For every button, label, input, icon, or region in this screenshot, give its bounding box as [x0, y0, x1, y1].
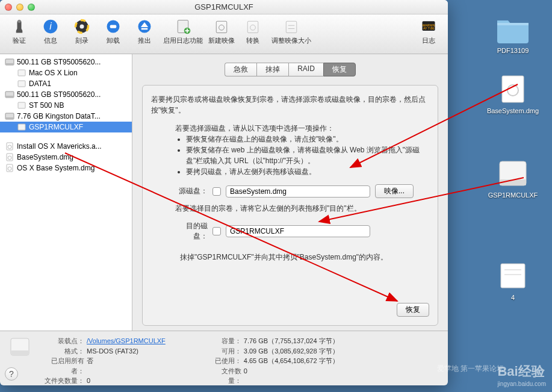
dest-label: 目的磁盘：	[173, 221, 208, 241]
sidebar-item[interactable]: Mac OS X Lion	[0, 67, 132, 78]
svg-rect-23	[286, 21, 297, 33]
source-checkbox[interactable]	[212, 187, 221, 196]
desktop-file[interactable]: 4	[486, 259, 540, 301]
burn-button[interactable]: 刻录	[67, 18, 96, 52]
new-image-button[interactable]: 新建映像	[207, 18, 236, 52]
info-button[interactable]: i信息	[36, 18, 65, 52]
main-panel: 急救抹掉RAID恢复 若要拷贝宗卷或将磁盘映像恢复到宗卷，请选择源宗卷或磁盘映像…	[132, 54, 448, 331]
sidebar-item[interactable]: GSP1RMCULXF	[0, 122, 132, 132]
watermark: Bai经验 jingyan.baidu.com	[497, 362, 546, 387]
erase-note: 抹掉"GSP1RMCULXF"并向其中拷贝"BaseSystem.dmg"的内容…	[180, 252, 429, 263]
sidebar-item-label: Install OS X Mavericks.a...	[17, 142, 102, 151]
disk-icon	[17, 101, 26, 110]
desktop-folder-label: PDF13109	[486, 47, 540, 54]
desktop-drive-label: GSP1RMCULXF	[486, 191, 540, 199]
desktop-dmg[interactable]: BaseSystem.dmg	[486, 72, 540, 114]
svg-rect-32	[5, 96, 14, 98]
disk-icon	[5, 112, 14, 120]
eject-button[interactable]: 推出	[130, 18, 159, 52]
svg-point-22	[250, 25, 256, 30]
svg-point-7	[17, 20, 20, 23]
sidebar: 500.11 GB ST95005620...Mac OS X LionDATA…	[0, 54, 132, 331]
sidebar-item-label: OS X Base System.dmg	[17, 164, 95, 172]
disk-utility-window: GSP1RMCULXF 验证 i信息 刻录 卸载 推出 启用日志功能 新建映像 …	[0, 0, 448, 385]
instruction-bullet: 要恢复储存在磁盘上的磁盘映像，请点按"映像"。	[186, 134, 429, 145]
disk-icon	[5, 164, 14, 172]
sidebar-item[interactable]: DATA1	[0, 78, 132, 89]
source-row: 源磁盘： 映像...	[173, 184, 429, 198]
instruction-bullet: 要拷贝磁盘，请从左侧列表拖移该磁盘。	[186, 166, 429, 177]
help-button[interactable]: ?	[5, 367, 18, 381]
svg-text:AY 7:86: AY 7:86	[423, 26, 434, 30]
sidebar-item[interactable]: 500.11 GB ST95005620...	[0, 57, 132, 67]
image-button[interactable]: 映像...	[375, 184, 414, 198]
svg-rect-21	[247, 21, 258, 33]
svg-point-12	[80, 25, 84, 29]
mount-point-link[interactable]: /Volumes/GSP1RMCULXF	[87, 336, 166, 346]
svg-rect-33	[18, 102, 25, 108]
tabs: 急救抹掉RAID恢复	[142, 63, 438, 76]
sidebar-item[interactable]: BaseSystem.dmg	[0, 152, 132, 163]
svg-rect-35	[5, 117, 14, 119]
svg-rect-28	[5, 63, 14, 65]
sidebar-item-label: GSP1RMCULXF	[29, 123, 83, 131]
convert-button[interactable]: 转换	[238, 18, 267, 52]
disk-icon	[5, 153, 14, 161]
side-watermark: 爱苹地 第一苹果论坛	[437, 364, 504, 374]
sidebar-item[interactable]: ST 500 NB	[0, 100, 132, 111]
disk-icon	[5, 58, 14, 66]
desktop-dmg-label: BaseSystem.dmg	[486, 107, 540, 114]
tab-2[interactable]: RAID	[288, 63, 323, 76]
source-input[interactable]	[226, 185, 370, 198]
svg-rect-4	[501, 264, 525, 288]
tab-3[interactable]: 恢复	[323, 63, 356, 76]
sidebar-item-label: Mac OS X Lion	[29, 69, 78, 77]
disk-icon	[17, 123, 26, 131]
sidebar-item-label: DATA1	[29, 79, 51, 88]
svg-rect-16	[141, 28, 148, 30]
sidebar-item[interactable]: OS X Base System.dmg	[0, 163, 132, 173]
disk-icon	[5, 90, 14, 99]
svg-rect-36	[18, 124, 25, 130]
restore-button[interactable]: 恢复	[397, 303, 429, 317]
dest-note: 若要选择目的宗卷，请将它从左侧的列表拖移到"目的"栏。	[175, 203, 429, 214]
dest-checkbox[interactable]	[212, 227, 221, 235]
svg-rect-29	[18, 70, 25, 76]
disk-icon	[17, 69, 26, 77]
toolbar: 验证 i信息 刻录 卸载 推出 启用日志功能 新建映像 转换 调整映像大小 WA…	[0, 14, 448, 54]
verify-button[interactable]: 验证	[5, 18, 34, 52]
sidebar-item[interactable]: 7.76 GB Kingston DataT...	[0, 111, 132, 122]
tab-0[interactable]: 急救	[225, 63, 256, 76]
window-title: GSP1RMCULXF	[0, 2, 448, 11]
dest-row: 目的磁盘：	[173, 221, 429, 241]
titlebar[interactable]: GSP1RMCULXF	[0, 0, 448, 14]
instruction-bullet: 要恢复储存在 web 上的磁盘映像，请将磁盘映像从 Web 浏览器拖入"源磁盘"…	[186, 145, 429, 166]
info-footer: 装载点：/Volumes/GSP1RMCULXF 格式：MS-DOS (FAT3…	[0, 331, 448, 391]
source-instructions: 若要选择源磁盘，请从以下选项中选择一项操作： 要恢复储存在磁盘上的磁盘映像，请点…	[175, 123, 429, 177]
sidebar-item-label: 500.11 GB ST95005620...	[17, 90, 101, 99]
unmount-button[interactable]: 卸载	[99, 18, 128, 52]
svg-rect-0	[502, 76, 524, 102]
enable-log-button[interactable]: 启用日志功能	[161, 18, 205, 52]
sidebar-item-label: 7.76 GB Kingston DataT...	[17, 112, 101, 120]
sidebar-item-label: 500.11 GB ST95005620...	[17, 58, 101, 66]
restore-panel: 若要拷贝宗卷或将磁盘映像恢复到宗卷，请选择源宗卷或磁盘映像，目的宗卷，然后点按"…	[142, 85, 438, 326]
log-button[interactable]: WARNINAY 7:86日志	[414, 18, 443, 52]
disk-icon	[5, 142, 14, 151]
dest-input[interactable]	[226, 225, 370, 237]
desktop-drive[interactable]: GSP1RMCULXF	[486, 157, 540, 199]
svg-rect-3	[500, 179, 526, 185]
svg-rect-19	[216, 21, 227, 33]
svg-rect-14	[110, 25, 117, 28]
source-label: 源磁盘：	[173, 186, 208, 196]
sidebar-item[interactable]: Install OS X Mavericks.a...	[0, 141, 132, 152]
tab-1[interactable]: 抹掉	[256, 63, 288, 76]
desktop-folder[interactable]: PDF13109	[486, 12, 540, 54]
disk-icon	[17, 79, 26, 88]
resize-button[interactable]: 调整映像大小	[270, 18, 313, 52]
drive-icon	[8, 336, 31, 359]
intro-text: 若要拷贝宗卷或将磁盘映像恢复到宗卷，请选择源宗卷或磁盘映像，目的宗卷，然后点按"…	[151, 94, 429, 116]
svg-text:i: i	[49, 21, 52, 31]
sidebar-item[interactable]: 500.11 GB ST95005620...	[0, 89, 132, 100]
svg-rect-44	[11, 350, 29, 355]
